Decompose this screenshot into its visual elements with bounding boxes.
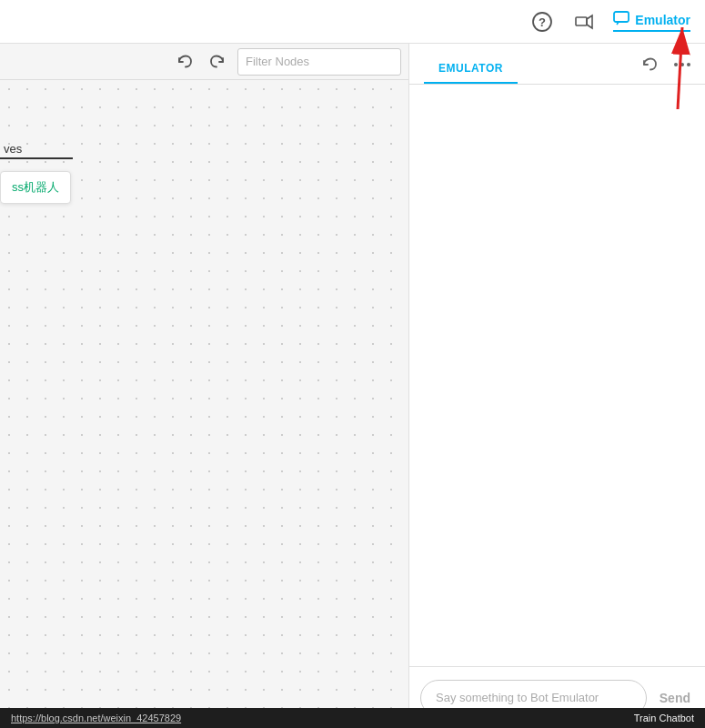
right-panel: EMULATOR: [409, 44, 705, 728]
emulator-chat-icon: [613, 11, 629, 28]
emulator-tab-label: EMULATOR: [438, 62, 503, 75]
emulator-button[interactable]: Emulator: [613, 11, 690, 32]
status-url[interactable]: https://blog.csdn.net/weixin_42457829: [11, 713, 181, 723]
emulator-tab-bar: EMULATOR: [409, 44, 705, 85]
canvas-node[interactable]: ss机器人: [0, 171, 71, 204]
send-button[interactable]: Send: [656, 691, 694, 705]
top-bar-icons: ? Emulator: [529, 9, 690, 35]
emulator-undo-button[interactable]: [638, 53, 661, 76]
undo-button[interactable]: [172, 49, 197, 75]
svg-marker-3: [587, 15, 592, 28]
help-icon[interactable]: ?: [529, 9, 555, 35]
node-separator: [0, 157, 73, 159]
filter-nodes-input[interactable]: [237, 48, 401, 76]
emulator-label: Emulator: [635, 13, 690, 27]
emulator-tab[interactable]: EMULATOR: [424, 55, 518, 84]
main-layout: ves ss机器人 EMULATOR: [0, 44, 705, 728]
svg-rect-4: [614, 12, 629, 22]
svg-point-7: [687, 63, 690, 66]
svg-rect-2: [576, 17, 587, 25]
broadcast-icon[interactable]: [571, 9, 597, 35]
emulator-more-button[interactable]: [670, 53, 694, 76]
send-label: Send: [660, 691, 690, 705]
node-text: ss机器人: [12, 180, 59, 194]
svg-text:?: ?: [539, 15, 546, 29]
status-bar: https://blog.csdn.net/weixin_42457829 Tr…: [0, 708, 705, 728]
svg-point-6: [680, 63, 684, 66]
left-toolbar: [0, 44, 408, 80]
train-chatbot-label[interactable]: Train Chatbot: [634, 713, 694, 723]
top-bar: ? Emulator: [0, 0, 705, 44]
emulator-right-icons: [638, 53, 694, 76]
canvas-area: ves ss机器人: [0, 80, 408, 728]
left-panel: ves ss机器人: [0, 44, 409, 728]
node-ves-label: ves: [0, 142, 25, 156]
emulator-chat-area: [409, 85, 705, 666]
redo-button[interactable]: [205, 49, 230, 75]
svg-point-5: [674, 63, 678, 66]
